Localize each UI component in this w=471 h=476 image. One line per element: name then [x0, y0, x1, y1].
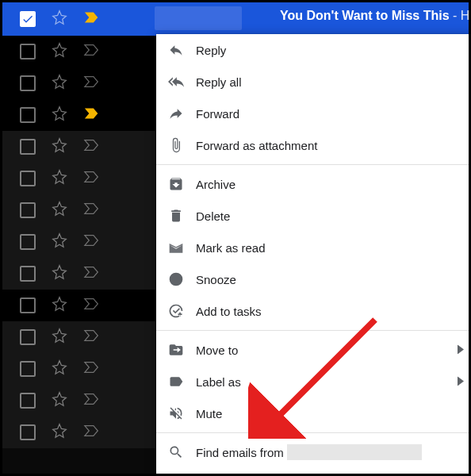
star-icon[interactable]: [52, 232, 67, 251]
checkbox-icon[interactable]: [20, 75, 36, 91]
checkbox-icon[interactable]: [20, 107, 36, 123]
checkbox-icon[interactable]: [20, 171, 36, 186]
menu-delete[interactable]: Delete: [156, 200, 471, 232]
mark-read-icon: [167, 239, 185, 256]
menu-move-to[interactable]: Move to: [156, 334, 471, 366]
menu-mute[interactable]: Mute: [156, 397, 471, 429]
menu-label: Move to: [196, 344, 238, 357]
reply-icon: [167, 41, 185, 59]
menu-label: Forward as attachment: [196, 139, 317, 152]
importance-marker-icon[interactable]: [83, 297, 101, 314]
checkbox-icon[interactable]: [20, 139, 36, 155]
menu-label: Delete: [196, 209, 230, 223]
importance-marker-icon[interactable]: [83, 106, 101, 124]
menu-label: Add to tasks: [196, 305, 262, 318]
star-icon[interactable]: [52, 169, 67, 188]
importance-marker-icon[interactable]: [83, 392, 101, 409]
sender-redacted: [287, 444, 422, 460]
menu-snooze[interactable]: Snooze: [156, 263, 471, 295]
menu-label: Find emails from: [196, 446, 284, 459]
email-subject: You Don't Want to Miss This - He: [280, 9, 471, 23]
importance-marker-icon[interactable]: [83, 233, 101, 251]
chevron-right-icon: [458, 344, 464, 357]
menu-label: Archive: [196, 178, 236, 191]
forward-icon: [167, 105, 185, 122]
importance-marker-icon[interactable]: [83, 424, 101, 441]
checkbox-icon[interactable]: [20, 329, 36, 345]
checkbox-icon[interactable]: [20, 361, 36, 377]
star-icon[interactable]: [52, 264, 67, 283]
star-icon[interactable]: [52, 10, 67, 29]
star-icon[interactable]: [52, 359, 67, 378]
menu-label: Forward: [196, 107, 239, 121]
menu-label: Snooze: [196, 273, 236, 286]
importance-marker-icon[interactable]: [83, 138, 101, 155]
importance-marker-icon[interactable]: [83, 202, 101, 219]
checkbox-icon[interactable]: [20, 44, 36, 60]
importance-marker-icon[interactable]: [83, 265, 101, 282]
importance-marker-icon[interactable]: [83, 360, 101, 378]
star-icon[interactable]: [52, 201, 67, 220]
label-icon: [167, 373, 185, 390]
menu-label: Label as: [196, 375, 241, 389]
importance-marker-icon[interactable]: [83, 10, 101, 28]
star-icon[interactable]: [52, 328, 67, 347]
menu-find-emails-from[interactable]: Find emails from: [156, 436, 471, 468]
menu-label: Reply all: [196, 75, 242, 89]
search-icon: [167, 443, 185, 461]
context-menu: Reply Reply all Forward Forward as attac…: [156, 34, 471, 476]
star-icon[interactable]: [52, 42, 67, 61]
menu-forward[interactable]: Forward: [156, 98, 471, 129]
menu-separator: [156, 330, 471, 331]
mute-icon: [167, 405, 185, 422]
menu-separator: [156, 164, 471, 165]
star-icon[interactable]: [52, 74, 67, 93]
checkbox-icon[interactable]: [20, 234, 36, 250]
add-tasks-icon: [167, 302, 185, 320]
chevron-right-icon: [458, 375, 464, 389]
importance-marker-icon[interactable]: [83, 43, 101, 60]
menu-label: Mute: [196, 407, 222, 420]
importance-marker-icon[interactable]: [83, 75, 101, 92]
menu-label-as[interactable]: Label as: [156, 366, 471, 397]
archive-icon: [167, 175, 185, 193]
star-icon[interactable]: [52, 296, 67, 315]
menu-archive[interactable]: Archive: [156, 168, 471, 200]
menu-label: Reply: [196, 44, 226, 57]
star-icon[interactable]: [52, 391, 67, 410]
star-icon[interactable]: [52, 423, 67, 442]
importance-marker-icon[interactable]: [83, 170, 101, 187]
move-to-icon: [167, 341, 185, 359]
menu-forward-attachment[interactable]: Forward as attachment: [156, 129, 471, 161]
importance-marker-icon[interactable]: [83, 328, 101, 346]
checkbox-icon[interactable]: [20, 298, 36, 313]
star-icon[interactable]: [52, 137, 67, 156]
sender-redacted: [155, 6, 242, 30]
menu-label: Mark as read: [196, 241, 266, 255]
reply-all-icon: [167, 73, 185, 90]
menu-add-tasks[interactable]: Add to tasks: [156, 295, 471, 327]
attachment-icon: [167, 136, 185, 154]
checkbox-icon[interactable]: [20, 266, 36, 282]
subject-preview: - He: [450, 9, 471, 22]
star-icon[interactable]: [52, 106, 67, 125]
checkbox-icon[interactable]: [20, 202, 36, 218]
menu-open-window[interactable]: Open in new window: [156, 468, 471, 476]
menu-separator: [156, 432, 471, 433]
checkbox-icon[interactable]: [20, 393, 36, 409]
menu-reply[interactable]: Reply: [156, 34, 471, 66]
checkbox-icon[interactable]: [20, 424, 36, 440]
checkbox-checked-icon[interactable]: [20, 11, 36, 27]
delete-icon: [167, 207, 185, 225]
snooze-icon: [167, 271, 185, 288]
menu-reply-all[interactable]: Reply all: [156, 66, 471, 98]
subject-text: You Don't Want to Miss This: [280, 9, 450, 22]
menu-mark-read[interactable]: Mark as read: [156, 232, 471, 263]
